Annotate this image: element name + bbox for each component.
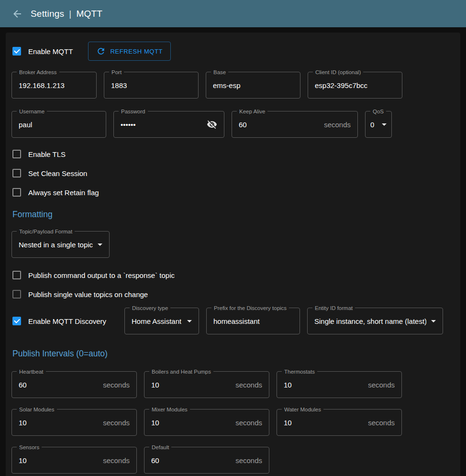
field-label: Broker Address [17, 69, 59, 76]
checkbox-icon[interactable] [12, 169, 21, 177]
heartbeat-interval-field[interactable]: Heartbeat 60 seconds [11, 371, 137, 398]
checkbox-enable-mqtt[interactable]: Enable MQTT [11, 45, 73, 57]
field-value[interactable]: 60 [151, 456, 159, 465]
field-suffix: seconds [368, 381, 395, 389]
discovery-prefix-field[interactable]: Prefix for the Discovery topics homeassi… [206, 308, 300, 334]
topic-format-select[interactable]: Topic/Payload Format Nested in a single … [11, 231, 110, 258]
field-label: Password [119, 108, 148, 115]
back-button[interactable] [11, 7, 24, 21]
checkbox-label[interactable]: Enable MQTT Discovery [28, 317, 106, 325]
caret-down-icon[interactable] [98, 244, 102, 246]
select-value[interactable]: 0 [370, 121, 374, 129]
field-suffix: seconds [235, 419, 262, 427]
checkbox-single-value-topics[interactable]: Publish single value topics on change [11, 288, 455, 300]
checkbox-enable-discovery[interactable]: Enable MQTT Discovery [11, 315, 117, 327]
field-label: Boilers and Heat Pumps [149, 368, 213, 375]
checkbox-label[interactable]: Always set Retain flag [28, 188, 99, 197]
password-field[interactable]: Password •••••• [113, 111, 224, 138]
field-label: Water Modules [282, 406, 323, 413]
entity-id-format-select[interactable]: Entity ID format Single instance, short … [307, 308, 443, 334]
discovery-row: Enable MQTT Discovery Discovery type Hom… [11, 308, 455, 334]
checkbox-label[interactable]: Publish command output to a `response` t… [28, 271, 175, 279]
field-label: Prefix for the Discovery topics [211, 305, 289, 311]
field-suffix: seconds [103, 456, 130, 465]
field-label: Keep Alive [237, 108, 267, 115]
field-label: Username [17, 108, 47, 115]
checkbox-label[interactable]: Enable TLS [28, 150, 66, 158]
checkbox-enable-tls[interactable]: Enable TLS [11, 148, 455, 160]
field-value[interactable]: 192.168.1.213 [19, 81, 65, 89]
checkbox-retain-flag[interactable]: Always set Retain flag [11, 187, 455, 198]
select-value[interactable]: Single instance, short name (latest) [314, 317, 426, 325]
field-label: Heartbeat [17, 368, 46, 375]
qos-select[interactable]: QoS 0 [365, 111, 392, 138]
checkbox-icon[interactable] [12, 150, 21, 158]
port-field[interactable]: Port 1883 [104, 72, 199, 99]
field-value[interactable]: 10 [151, 419, 159, 427]
base-field[interactable]: Base ems-esp [206, 72, 300, 99]
field-value[interactable]: 60 [239, 121, 247, 129]
field-suffix: seconds [235, 381, 262, 389]
broker-address-field[interactable]: Broker Address 192.168.1.213 [11, 72, 97, 99]
field-value[interactable]: 10 [19, 419, 27, 427]
field-label: Solar Modules [17, 406, 57, 413]
field-value[interactable]: paul [19, 121, 32, 129]
field-value[interactable]: homeassistant [213, 317, 260, 325]
settings-card: Enable MQTT REFRESH MQTT Broker Address … [6, 33, 460, 476]
water-interval-field[interactable]: Water Modules 10 seconds [277, 409, 402, 436]
connection-field-row-1: Broker Address 192.168.1.213 Port 1883 B… [11, 72, 455, 99]
field-value[interactable]: esp32-395c7bcc [315, 81, 367, 89]
checkbox-icon[interactable] [12, 317, 21, 325]
checkbox-icon[interactable] [12, 271, 21, 279]
select-value[interactable]: Home Assistant [132, 317, 181, 325]
field-label: Base [211, 69, 228, 76]
default-interval-field[interactable]: Default 60 seconds [144, 447, 269, 474]
refresh-mqtt-button[interactable]: REFRESH MQTT [88, 42, 171, 61]
field-value[interactable]: 10 [284, 381, 292, 389]
checkbox-label[interactable]: Publish single value topics on change [28, 290, 148, 299]
discovery-type-select[interactable]: Discovery type Home Assistant [124, 308, 199, 334]
caret-down-icon[interactable] [431, 320, 436, 322]
checkbox-response-topic[interactable]: Publish command output to a `response` t… [11, 269, 455, 281]
caret-down-icon[interactable] [382, 123, 387, 126]
boilers-interval-field[interactable]: Boilers and Heat Pumps 10 seconds [144, 371, 269, 398]
field-value[interactable]: 60 [19, 381, 27, 389]
keep-alive-field[interactable]: Keep Alive 60 seconds [232, 111, 358, 138]
thermostats-interval-field[interactable]: Thermostats 10 seconds [277, 371, 402, 398]
checkbox-clean-session[interactable]: Set Clean Session [11, 167, 455, 179]
field-value[interactable]: 10 [19, 456, 27, 465]
intervals-grid: Heartbeat 60 seconds Boilers and Heat Pu… [11, 371, 455, 474]
field-value[interactable]: 10 [151, 381, 159, 389]
field-label: Client ID (optional) [313, 69, 363, 76]
solar-interval-field[interactable]: Solar Modules 10 seconds [11, 409, 137, 436]
app-bar: Settings | MQTT [0, 0, 466, 27]
field-suffix: seconds [103, 419, 130, 427]
field-value[interactable]: 1883 [111, 81, 127, 89]
caret-down-icon[interactable] [187, 320, 192, 322]
select-value[interactable]: Nested in a single topic [19, 241, 93, 249]
mixer-interval-field[interactable]: Mixer Modules 10 seconds [144, 409, 269, 436]
field-label: Mixer Modules [149, 406, 190, 413]
field-value[interactable]: ems-esp [213, 81, 241, 89]
sensors-interval-field[interactable]: Sensors 10 seconds [11, 447, 137, 474]
field-suffix: seconds [235, 456, 262, 465]
client-id-field[interactable]: Client ID (optional) esp32-395c7bcc [308, 72, 402, 99]
field-value[interactable]: •••••• [121, 121, 136, 129]
top-row: Enable MQTT REFRESH MQTT [11, 42, 455, 60]
field-label: Port [109, 69, 124, 76]
field-value[interactable]: 10 [284, 419, 292, 427]
visibility-off-icon[interactable] [207, 119, 217, 130]
checkbox-label[interactable]: Set Clean Session [28, 169, 87, 177]
checkbox-icon[interactable] [12, 188, 21, 197]
refresh-button-label: REFRESH MQTT [110, 48, 163, 55]
connection-field-row-2: Username paul Password •••••• Keep Alive… [11, 111, 455, 138]
checkbox-icon[interactable] [12, 47, 21, 55]
checkbox-icon[interactable] [12, 290, 21, 299]
field-label: Entity ID format [312, 305, 355, 311]
username-field[interactable]: Username paul [11, 111, 106, 138]
field-label: Default [149, 444, 171, 451]
field-suffix: seconds [324, 121, 351, 129]
title-settings: Settings [31, 9, 64, 19]
checkbox-label[interactable]: Enable MQTT [28, 47, 73, 55]
field-suffix: seconds [368, 419, 395, 427]
